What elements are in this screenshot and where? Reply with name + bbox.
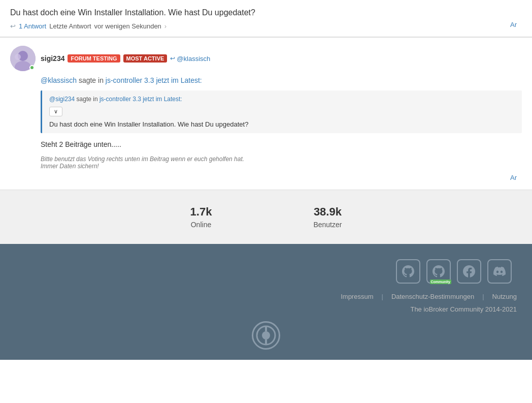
impressum-link[interactable]: Impressum (341, 293, 373, 300)
footer: Community Impressum | Datenschutz-Bestim… (0, 244, 532, 360)
time-ago: vor wenigen Sekunden (94, 22, 161, 30)
stat-online: 1.7k Online (190, 205, 212, 229)
svg-point-5 (262, 331, 270, 339)
mention-tag[interactable]: @klassisch (170, 55, 210, 63)
quoted-user-link[interactable]: @sigi234 (49, 96, 75, 103)
footer-logo (10, 321, 522, 350)
post-footer: Bitte benutzt das Voting rechts unten im… (41, 156, 522, 170)
svg-rect-7 (265, 339, 267, 345)
svg-point-3 (15, 54, 21, 60)
community-icon[interactable]: Community (426, 259, 451, 284)
datenschutz-link[interactable]: Datenschutz-Bestimmungen (391, 293, 474, 300)
ar-link-post[interactable]: Ar (510, 174, 517, 181)
post-reply-line: @klassisch sagte in js-controller 3.3 je… (41, 76, 522, 84)
online-indicator (29, 65, 35, 70)
footer-icons: Community (10, 259, 522, 284)
badge-forum-testing: FORUM TESTING (68, 54, 120, 63)
post-container: sigi234 FORUM TESTING MOST ACTIVE @klass… (0, 38, 532, 190)
last-reply-label: Letzte Antwort (49, 22, 91, 30)
post-main-text: Steht 2 Beiträge unten..... (41, 140, 522, 148)
reply-icon: ↩ (10, 22, 16, 30)
user-info: sigi234 FORUM TESTING MOST ACTIVE @klass… (41, 54, 210, 63)
chevron-right-icon: › (164, 22, 167, 30)
community-badge-label: Community (430, 280, 452, 284)
quoted-toggle-button[interactable]: ∨ (49, 107, 62, 116)
username[interactable]: sigi234 (41, 54, 64, 63)
top-post-title: Du hast doch eine Win Installer Installa… (10, 8, 522, 17)
avatar-wrapper (10, 46, 36, 71)
chevron-down-icon: ∨ (54, 108, 58, 115)
badge-most-active: MOST ACTIVE (123, 54, 168, 63)
quoted-block: @sigi234 sagte in js-controller 3.3 jetz… (41, 90, 522, 133)
quoted-topic-link[interactable]: js-controller 3.3 jetzt im Latest: (99, 96, 182, 103)
online-value: 1.7k (190, 205, 212, 219)
ar-link-top[interactable]: Ar (510, 21, 517, 28)
said-in-text: sagte in (79, 76, 106, 84)
facebook-icon[interactable] (457, 259, 481, 284)
post-footer-line2: Immer Daten sichern! (41, 163, 522, 170)
post-footer-line1: Bitte benutzt das Voting rechts unten im… (41, 156, 522, 163)
sep1: | (381, 293, 383, 300)
quoted-said-in: sagte in (77, 96, 99, 103)
topic-link[interactable]: js-controller 3.3 jetzt im Latest: (106, 76, 202, 84)
reply-user-link[interactable]: @klassisch (41, 76, 77, 84)
users-value: 38.9k (313, 205, 342, 219)
quoted-text: Du hast doch eine Win Installer Installa… (49, 120, 515, 128)
users-label: Benutzer (313, 221, 342, 229)
footer-copyright: The ioBroker Community 2014-2021 (10, 305, 522, 313)
stats-section: 1.7k Online 38.9k Benutzer (0, 190, 532, 244)
post-content: @klassisch sagte in js-controller 3.3 je… (41, 76, 522, 181)
post-header: sigi234 FORUM TESTING MOST ACTIVE @klass… (10, 46, 522, 71)
discord-icon[interactable] (487, 259, 512, 284)
post-ar[interactable]: Ar (41, 174, 522, 181)
online-label: Online (190, 221, 212, 229)
iobroker-logo-icon (252, 321, 280, 350)
top-post-section: Du hast doch eine Win Installer Installa… (0, 0, 532, 37)
quoted-header: @sigi234 sagte in js-controller 3.3 jetz… (49, 96, 515, 103)
sep2: | (482, 293, 484, 300)
svg-rect-6 (265, 326, 267, 331)
footer-links: Impressum | Datenschutz-Bestimmungen | N… (10, 293, 522, 300)
reply-count-link[interactable]: 1 Antwort (19, 22, 46, 30)
stat-users: 38.9k Benutzer (313, 205, 342, 229)
github-icon-1[interactable] (396, 259, 420, 284)
nutzung-link[interactable]: Nutzung (492, 293, 517, 300)
